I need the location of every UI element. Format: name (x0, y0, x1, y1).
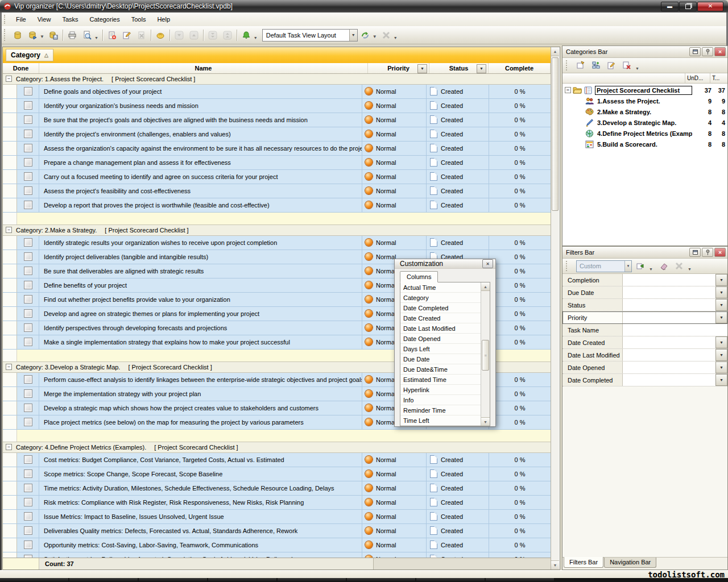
task-row[interactable]: Opportunity metrics: Cost-Saving, Labor-… (3, 538, 551, 552)
tree-item[interactable]: 4.Define Project Metrics (Examples).88 (562, 128, 727, 139)
open-database-button[interactable] (25, 28, 40, 42)
column-option[interactable]: Due Date&Time (400, 364, 481, 375)
task-row[interactable]: Scope metrics: Scope Change, Scope Forec… (3, 467, 551, 481)
filters-bar-restore-button[interactable] (689, 248, 701, 257)
customization-titlebar[interactable]: Customization ✕ (395, 259, 495, 269)
status-filter-dropdown-icon[interactable]: ▼ (477, 64, 486, 73)
edit-category-button[interactable] (605, 59, 618, 72)
collapse-icon[interactable]: − (6, 444, 12, 450)
apply-layout-dropdown-icon[interactable]: ▼ (373, 34, 377, 39)
filter-row-date-last-modified[interactable]: Date Last Modified▼ (562, 349, 727, 361)
column-option[interactable]: Date Opened (400, 334, 481, 344)
task-row[interactable]: Be sure that the project's goals and obj… (3, 113, 551, 127)
collapse-icon[interactable]: − (565, 87, 571, 93)
filter-row-date-created[interactable]: Date Created▼ (562, 336, 727, 349)
tree-item[interactable]: 2.Make a Strategy.88 (562, 106, 727, 117)
clear-filter-button[interactable] (657, 260, 671, 273)
filter-value-field[interactable] (623, 311, 715, 323)
menu-file[interactable]: File (10, 14, 32, 25)
done-checkbox[interactable] (24, 541, 32, 549)
task-row[interactable]: Risk metrics: Compliance with Risk Regis… (3, 496, 551, 510)
categories-toolbar-overflow-icon[interactable]: ▼ (635, 66, 639, 70)
filter-preset-dropdown-icon[interactable]: ▼ (624, 261, 631, 272)
task-row[interactable]: Issue Metrics: Impact to Baseline, Issue… (3, 510, 551, 524)
task-row[interactable]: Time metrics: Activity Duration, Milesto… (3, 481, 551, 496)
filter-row-due-date[interactable]: Due Date▼ (562, 286, 727, 299)
move-down-button[interactable] (172, 28, 187, 42)
done-checkbox[interactable] (24, 238, 32, 247)
column-header-done[interactable]: Done (3, 63, 39, 73)
task-row[interactable]: Develop a report that proves the project… (3, 198, 551, 213)
open-database-dropdown-icon[interactable]: ▼ (40, 34, 44, 39)
new-task-button[interactable] (105, 28, 119, 42)
move-to-top-button[interactable] (220, 28, 235, 42)
tree-item[interactable]: 1.Assess the Project.99 (562, 95, 727, 106)
collapse-icon[interactable]: − (6, 227, 12, 233)
categories-bar-pin-button[interactable] (702, 47, 713, 56)
restore-button[interactable] (679, 2, 697, 11)
column-option[interactable]: Info (400, 395, 481, 405)
column-option[interactable]: Actual Time (400, 282, 481, 293)
save-database-button[interactable] (46, 28, 61, 42)
column-header-name[interactable]: Name (39, 63, 368, 73)
task-row[interactable]: Identify your organization's business ne… (3, 99, 551, 113)
filter-value-field[interactable] (623, 274, 715, 286)
scrollbar-track[interactable] (551, 56, 559, 560)
task-row[interactable]: Deliverables Quality metrics: Defects, F… (3, 524, 551, 538)
tab-filters-bar[interactable]: Filters Bar (564, 557, 603, 568)
done-checkbox[interactable] (24, 115, 32, 124)
menu-tasks[interactable]: Tasks (56, 14, 84, 25)
task-row[interactable]: Cost metrics: Budget Compliance, Cost Va… (3, 453, 551, 467)
new-database-button[interactable] (10, 28, 25, 42)
scroll-down-icon[interactable]: ▼ (481, 417, 490, 426)
filter-row-completion[interactable]: Completion▼ (562, 274, 727, 286)
scrollbar-thumb[interactable] (552, 57, 559, 211)
edit-task-button[interactable] (119, 28, 134, 42)
new-checklist-button[interactable] (574, 59, 588, 72)
done-checkbox[interactable] (24, 389, 32, 398)
done-checkbox[interactable] (24, 375, 32, 384)
done-checkbox[interactable] (24, 158, 32, 167)
done-checkbox[interactable] (24, 323, 32, 332)
print-preview-button[interactable] (80, 28, 94, 42)
save-filter-button[interactable] (634, 260, 647, 273)
collapse-icon[interactable]: − (6, 364, 12, 370)
filter-value-field[interactable] (623, 286, 715, 298)
filter-row-status[interactable]: Status▼ (562, 299, 727, 311)
filter-value-field[interactable] (623, 324, 727, 336)
task-row[interactable]: Carry out a focused meeting to identify … (3, 170, 551, 184)
done-checkbox[interactable] (24, 526, 32, 535)
customization-close-button[interactable]: ✕ (482, 259, 493, 268)
delete-layout-button[interactable] (379, 28, 394, 42)
category-group-header[interactable]: −Category: 4.Define Project Metrics (Exa… (3, 442, 551, 453)
filter-value-field[interactable] (623, 299, 715, 311)
column-option[interactable]: Estimated Time (400, 375, 481, 385)
task-row[interactable]: Assess the project's feasibility and cos… (3, 184, 551, 198)
menu-categories[interactable]: Categories (84, 14, 126, 25)
column-option[interactable]: Due Date (400, 354, 481, 364)
menu-tools[interactable]: Tools (126, 14, 152, 25)
filter-value-field[interactable] (623, 361, 715, 373)
filter-value-field[interactable] (623, 374, 715, 386)
menu-view[interactable]: View (32, 14, 57, 25)
filter-row-priority[interactable]: Priority▼ (562, 311, 727, 324)
done-checkbox[interactable] (24, 498, 32, 506)
filter-row-date-completed[interactable]: Date Completed▼ (562, 374, 727, 386)
menu-help[interactable]: Help (151, 14, 176, 25)
scroll-down-icon[interactable]: ▼ (551, 560, 559, 569)
print-overflow-icon[interactable]: ▼ (94, 36, 98, 40)
done-checkbox[interactable] (24, 87, 32, 95)
task-row[interactable]: Satisfaction metrics: Deliverables Accep… (3, 552, 551, 558)
task-row[interactable]: Assess the organization's capacity again… (3, 142, 551, 156)
done-checkbox[interactable] (24, 101, 32, 110)
filters-bar-close-button[interactable]: ✕ (714, 248, 726, 257)
columns-list-scrollbar[interactable]: ▲ ≡ ▼ (481, 282, 490, 426)
tree-item[interactable]: 3.Develop a Strategic Map.44 (562, 117, 727, 128)
tree-item[interactable]: 5.Build a Scorecard.88 (562, 139, 727, 149)
done-checkbox[interactable] (24, 144, 32, 152)
filter-preset-combobox[interactable]: Custom ▼ (576, 260, 632, 272)
done-checkbox[interactable] (24, 186, 32, 195)
filter-value-field[interactable] (623, 349, 715, 361)
categories-bar-restore-button[interactable] (689, 47, 701, 56)
close-button[interactable]: ✕ (697, 2, 723, 11)
